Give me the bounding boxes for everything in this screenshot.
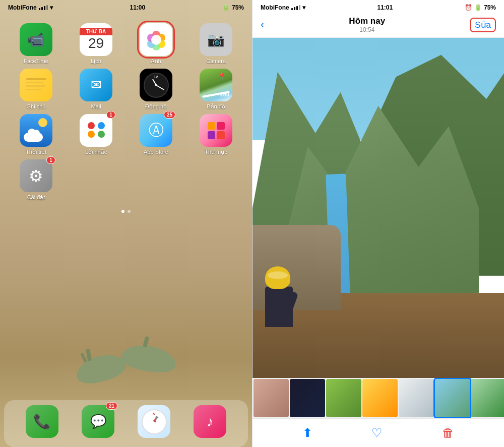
- app-ghichu[interactable]: Ghi chú: [8, 69, 64, 110]
- photos-flower-svg: [144, 27, 169, 52]
- photo-scene: [253, 38, 504, 378]
- caidat-label: Cài đặt: [27, 194, 45, 201]
- appstore-label: App Store: [144, 149, 168, 155]
- ghichu-icon: [20, 69, 52, 101]
- app-lich[interactable]: THỨ BA 29 Lịch: [68, 23, 124, 65]
- thumbnail-strip: [253, 378, 504, 418]
- thumbnail-7[interactable]: [471, 379, 504, 417]
- rem-orange: [88, 131, 95, 138]
- clock-center-dot: [155, 84, 157, 86]
- bando-icon: 📍 280: [200, 69, 232, 101]
- caidat-icon: ⚙ 1: [20, 159, 52, 192]
- delete-button[interactable]: 🗑: [442, 426, 454, 440]
- safari-compass-icon: N: [142, 409, 167, 434]
- main-photo-area: [253, 38, 504, 378]
- dock-safari[interactable]: N: [138, 405, 170, 438]
- wallpaper-decoration: [66, 286, 186, 386]
- carrier-right: MobiFone: [261, 4, 289, 11]
- left-phone-screen: MobiFone ▾ 11:00 🔋 75% 📹 FaceTime: [0, 0, 252, 447]
- nav-title-block: Hôm nay 10:54: [349, 16, 385, 33]
- rem-green: [98, 131, 105, 138]
- favorite-button[interactable]: ♡: [371, 426, 383, 440]
- rem-red: [88, 122, 95, 129]
- flip-flop-left: [73, 350, 129, 387]
- nav-subtitle: 10:54: [349, 26, 385, 33]
- thumbnail-4[interactable]: [362, 379, 398, 417]
- carrier-left: MobiFone: [8, 4, 37, 11]
- thumbnail-2[interactable]: [290, 379, 325, 417]
- app-caidat[interactable]: ⚙ 1 Cài đặt: [8, 159, 64, 201]
- app-facetime[interactable]: 📹 FaceTime: [8, 23, 64, 65]
- app-anh[interactable]: Ảnh: [128, 23, 184, 65]
- loinhac-icon: 1: [80, 114, 112, 147]
- thoitiet-icon: [20, 114, 52, 147]
- battery-icon-left: 🔋: [222, 4, 230, 11]
- loinhac-label: Lời nhắc: [85, 149, 107, 155]
- thoitiet-label: Thời tiết: [26, 149, 46, 155]
- app-appstore[interactable]: Ⓐ 25 App Store: [128, 114, 184, 155]
- mail-icon: ✉: [80, 69, 112, 101]
- app-bando[interactable]: 📍 280 Bản đồ: [188, 69, 244, 110]
- svg-point-6: [151, 35, 161, 45]
- signal-icon: [39, 5, 48, 10]
- facetime-label: FaceTime: [24, 58, 48, 64]
- dot-2: [128, 210, 131, 213]
- dock: 📞 💬 21 N ♪: [0, 400, 252, 447]
- clock-face: 12: [144, 73, 169, 98]
- app-thumuc[interactable]: Thư mục: [188, 114, 244, 155]
- nav-title: Hôm nay: [349, 16, 385, 26]
- app-mail[interactable]: ✉ Mail: [68, 69, 124, 110]
- facetime-icon: 📹: [20, 23, 52, 56]
- maps-pin-icon: 📍: [218, 73, 226, 81]
- wifi-icon-right: ▾: [302, 4, 305, 11]
- battery-pct-right: 75%: [484, 4, 496, 11]
- appstore-icon: Ⓐ 25: [140, 114, 172, 147]
- helmet: [265, 266, 290, 289]
- thumbnail-1[interactable]: [254, 379, 289, 417]
- right-phone-screen: MobiFone ▾ 11:01 ⏰ 🔋 75% ‹ Hôm nay 10:54…: [252, 0, 504, 447]
- app-thoitiet[interactable]: Thời tiết: [8, 114, 64, 155]
- anh-icon: [140, 23, 172, 56]
- status-bar-left: MobiFone ▾ 11:00 🔋 75%: [0, 0, 252, 13]
- dongh-icon: 12: [140, 69, 172, 101]
- music-note-icon: ♪: [207, 414, 214, 430]
- dock-phone[interactable]: 📞: [26, 405, 58, 438]
- app-camera[interactable]: 📷 Camera: [188, 23, 244, 65]
- thumbnail-6-selected[interactable]: [435, 379, 470, 417]
- dock-music[interactable]: ♪: [194, 405, 226, 438]
- photos-bottom-toolbar: ⬆ ♡ 🗑: [253, 418, 504, 447]
- back-button[interactable]: ‹: [261, 18, 264, 31]
- person: [265, 266, 293, 327]
- battery-icon-right: 🔋: [474, 4, 482, 11]
- camera-label: Camera: [206, 58, 226, 64]
- edit-button[interactable]: Sửa: [475, 20, 491, 30]
- mail-label: Mail: [91, 103, 101, 109]
- dock-messages[interactable]: 💬 21: [82, 405, 114, 438]
- flip-flop-right: [119, 342, 178, 376]
- anh-label: Ảnh: [151, 58, 161, 65]
- shortcuts-grid: [204, 118, 229, 143]
- caidat-badge: 1: [46, 156, 55, 164]
- page-dots: [0, 206, 252, 217]
- time-right: 11:01: [377, 4, 393, 11]
- sun-icon: [38, 118, 47, 127]
- rem-blue: [98, 122, 105, 129]
- cal-header: THỨ BA: [80, 28, 112, 35]
- cal-date: 29: [88, 35, 104, 51]
- app-grid: 📹 FaceTime THỨ BA 29 Lịch: [0, 13, 252, 206]
- loinhac-badge: 1: [106, 111, 115, 119]
- thumbnail-5[interactable]: [399, 379, 434, 417]
- camera-icon: 📷: [200, 23, 232, 56]
- cloud-icon: [24, 133, 43, 142]
- ghichu-label: Ghi chú: [27, 103, 46, 109]
- lich-icon: THỨ BA 29: [80, 23, 112, 56]
- app-loinhac[interactable]: 1 Lời nhắc: [68, 114, 124, 155]
- share-button[interactable]: ⬆: [302, 426, 312, 440]
- status-bar-right: MobiFone ▾ 11:01 ⏰ 🔋 75%: [253, 0, 504, 13]
- dongh-label: Đồng hồ: [145, 103, 167, 110]
- reminders-circles: [84, 118, 109, 143]
- app-dongh[interactable]: 12 Đồng hồ: [128, 69, 184, 110]
- thumbnail-3[interactable]: [326, 379, 361, 417]
- battery-pct-left: 75%: [232, 4, 244, 11]
- alarm-icon-right: ⏰: [465, 4, 472, 11]
